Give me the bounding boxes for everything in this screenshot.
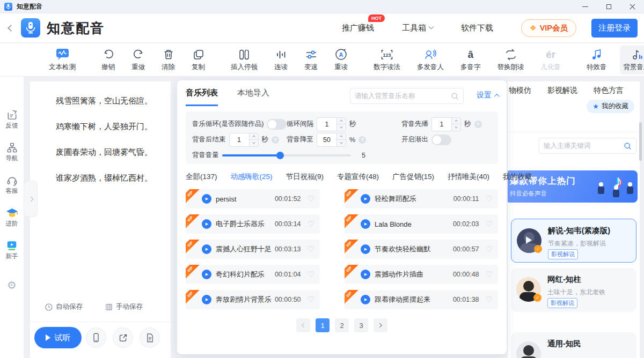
export-button[interactable] [113,327,133,348]
maximize-icon[interactable] [597,0,620,13]
gear-icon[interactable]: ⚙ [0,279,24,292]
track-item[interactable]: VIP震撼动作片插曲00:00:48 [345,265,498,284]
heart-icon[interactable] [486,295,493,304]
page-button-1[interactable]: 1 [316,318,330,332]
toolbar-item-fx-note[interactable]: 特效音 [583,46,611,74]
play-icon[interactable] [202,295,211,304]
heart-icon[interactable] [308,219,314,229]
track-item[interactable]: VIP奔放剧情片背景乐00:00:50 [186,290,320,309]
track-item[interactable]: VIP震撼人心狂野十足00:03:13 [186,240,320,259]
toolbar-item-bgm-note[interactable]: 背景音乐 [620,46,644,74]
mobile-button[interactable] [86,327,106,348]
category-tab[interactable]: 广告促销(15) [392,172,434,182]
my-favorites-button[interactable]: 我的收藏 [587,100,634,113]
volume-slider[interactable] [222,154,351,156]
voice-search-box[interactable] [539,138,636,154]
toolbar-item-numbers[interactable]: 123数字读法 [370,46,404,74]
tab-music-list[interactable]: 音乐列表 [186,88,218,106]
play-icon[interactable] [202,244,211,254]
page-next-button[interactable] [374,318,387,332]
category-tab[interactable]: 我的收藏 [503,172,532,182]
stepper-up[interactable] [250,133,258,140]
fade-out-toggle[interactable] [431,135,451,145]
voice-card[interactable]: 通用-知民 [511,332,636,358]
play-icon[interactable] [361,295,370,304]
sidebar-item-feedback[interactable]: 反馈 [0,109,24,130]
track-item[interactable]: VIPLala Blonde00:02:03 [345,214,498,234]
voice-tab-0[interactable]: 物模仿 [509,86,531,95]
vip-member-button[interactable]: ❖ VIP会员 [521,19,576,37]
toolbar-item-swap[interactable]: 替换朗读 [494,46,528,74]
heart-icon[interactable] [486,270,493,279]
play-icon[interactable] [361,194,370,204]
editor-text-line[interactable]: 残雪照篱落，空山无俗諠。 [56,88,163,114]
sidebar-item-support[interactable]: 客服 [0,174,24,195]
toolbar-item-pause-insert[interactable]: 插入停顿 [227,46,261,74]
sidebar-item-advanced[interactable]: 进阶 [0,207,24,228]
heart-icon[interactable] [308,270,314,279]
voice-search-input[interactable] [544,142,624,150]
heart-icon[interactable] [308,194,314,204]
toolbar-item-multi-voice[interactable]: 多发音人 [413,46,448,74]
stepper-down[interactable] [337,140,346,146]
category-tab[interactable]: 全部(137) [186,172,217,182]
category-tab[interactable]: 节日祝福(9) [286,172,324,182]
duck-stepper[interactable]: 50 [317,133,346,147]
end-after-stepper[interactable]: 1 [229,133,259,147]
heart-icon[interactable] [486,219,493,229]
manual-save-option[interactable]: 手动保存 [105,302,143,311]
voice-card[interactable]: 解说-知韦(紧凑版)节奏紧凑，影视解说影视解说 [511,219,636,263]
loop-toggle[interactable] [267,119,287,130]
editor-text-line[interactable]: 鸡寒懒下树，人晏独开门。 [56,114,163,139]
scrollbar[interactable] [639,122,642,161]
track-item[interactable]: VIP电子爵士乐器乐00:03:14 [186,214,320,234]
track-item[interactable]: VIP奇幻科幻片配乐00:01:04 [186,265,320,284]
help-icon[interactable] [474,121,482,128]
play-icon[interactable] [361,244,370,254]
play-icon[interactable] [202,219,211,229]
auto-save-option[interactable]: 自动保存 [45,302,83,311]
sidebar-item-newbie[interactable]: 新手 [0,240,24,260]
toolbar-item-redo[interactable]: 重做 [128,46,149,74]
close-icon[interactable] [620,0,644,13]
toolbar-item-liaison[interactable]: 连读 [270,46,291,74]
stepper-down[interactable] [452,124,460,131]
slider-knob[interactable] [276,152,284,159]
play-icon[interactable] [361,219,370,229]
toolbar-item-polyphone[interactable]: ā多音字 [457,46,485,74]
nav-item-0[interactable]: 推广赚钱HOT [342,23,374,33]
toolbar-item-speed[interactable]: 变速 [301,46,321,74]
toolbar-item-copy[interactable]: 复制 [188,46,209,74]
stepper-down[interactable] [337,124,346,131]
page-button-3[interactable]: 3 [354,318,368,332]
listen-button[interactable]: 试听 [34,327,82,348]
stepper-up[interactable] [337,133,346,140]
toolbar-item-undo[interactable]: 撤销 [98,46,119,74]
track-item[interactable]: VIP跟着律动摇摆起来00:01:38 [345,290,498,309]
nav-item-1[interactable]: 工具箱 [402,23,433,33]
category-tab[interactable]: 动感嗨歌(25) [231,172,273,182]
tab-local-import[interactable]: 本地导入 [237,88,269,106]
editor-text-line[interactable]: 谁家岁酒熟，辍棹忆西村。 [56,165,163,191]
back-icon[interactable] [8,25,14,32]
nav-item-2[interactable]: 软件下载 [461,23,493,33]
heart-icon[interactable] [308,295,314,304]
play-icon[interactable] [361,270,370,279]
voice-tab-2[interactable]: 特色方言 [594,86,624,95]
settings-toggle[interactable]: 设置 [477,91,498,100]
category-tab[interactable]: 抒情唯美(40) [448,172,489,182]
logo-icon[interactable] [21,18,40,38]
heart-icon[interactable] [486,244,493,254]
toolbar-item-stress[interactable]: A重读 [331,46,352,74]
voice-tab-1[interactable]: 影视解说 [547,86,577,95]
interval-stepper[interactable]: 1 [317,117,346,131]
stepper-down[interactable] [250,140,258,146]
music-search-input[interactable] [355,92,451,100]
help-icon[interactable] [358,136,366,144]
voice-card[interactable]: 网红-知柱土味十足，东北老铁影视解说 [511,268,636,312]
page-prev-button[interactable] [296,318,310,332]
register-login-button[interactable]: 注册登录 [591,19,638,38]
heart-icon[interactable] [486,194,493,204]
play-icon[interactable] [202,194,211,204]
track-item[interactable]: VIPpersist00:01:52 [186,189,320,208]
